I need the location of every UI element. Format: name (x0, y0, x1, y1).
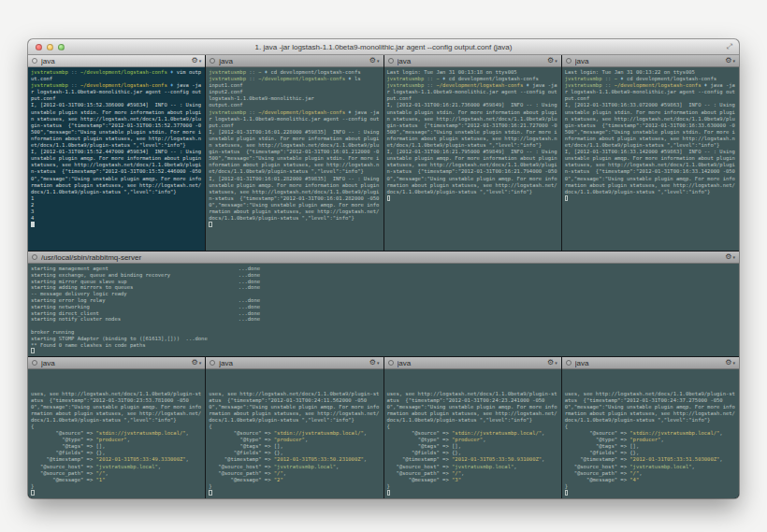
pane-menu-button[interactable]: ⚙▾ (547, 57, 557, 65)
pane-menu-button[interactable]: ⚙▾ (725, 253, 735, 261)
terminal-content[interactable]: jvstratusmbp :: ~/development/logstash-c… (28, 67, 205, 251)
pane-title: java (398, 57, 544, 65)
terminal-line: "@source_host" => "jvstratusmbp.local", (209, 464, 380, 470)
chevron-down-icon: ▾ (555, 359, 557, 367)
terminal-line (31, 222, 202, 228)
terminal-content[interactable]: uses, see http://logstash.net/docs/1.1.0… (28, 369, 205, 498)
terminal-line: jvstratusmbp :: ~/development/logstash-c… (31, 82, 202, 102)
terminal-line: "@tags" => [], (387, 443, 558, 450)
terminal-line: "@tags" => [], (209, 443, 380, 450)
pane-menu-button[interactable]: ⚙▾ (725, 57, 735, 65)
terminal-line: "@tags" => [], (31, 443, 202, 450)
fullscreen-icon[interactable]: ⤢ (727, 42, 732, 51)
terminal-line: 4 (31, 215, 202, 222)
terminal-line: } (565, 483, 736, 490)
pane-menu-button[interactable]: ⚙▾ (192, 359, 202, 367)
chevron-down-icon: ▾ (732, 57, 735, 65)
terminal-line: "@timestamp" => "2012-01-31T05:33:50.231… (209, 456, 380, 463)
terminal-content[interactable]: jvstratusmbp :: ~ ♦ cd development/logst… (206, 67, 383, 251)
terminal-line: "@source_host" => "jvstratusmbp.local", (387, 464, 558, 470)
terminal-line: I, [2012-01-31T00:15:52.447000 #59834] I… (31, 149, 202, 195)
terminal-line: starting management agent ...done (31, 266, 736, 272)
terminal-line: "@timestamp" => "2012-01-31T05:33:51.503… (565, 456, 736, 463)
pane-menu-button[interactable]: ⚙▾ (369, 359, 380, 367)
session-status-icon (388, 58, 394, 64)
terminal-line: "@fields" => {}, (31, 450, 202, 456)
pane-menu-button[interactable]: ⚙▾ (369, 57, 380, 65)
session-status-icon (566, 360, 572, 366)
close-button[interactable] (36, 44, 42, 50)
terminal-line: "@source" => "stdin://jvstratusmbp.local… (31, 430, 202, 437)
pane-header[interactable]: java⚙▾ (28, 357, 205, 369)
terminal-line: { (31, 424, 202, 430)
terminal-line: "@fields" => {}, (209, 450, 380, 456)
terminal-line (387, 490, 558, 496)
terminal-line: "@source_path" => "/", (387, 470, 558, 477)
session-status-icon (210, 58, 215, 64)
terminal-line: starting notify cluster nodes ...done (31, 316, 736, 323)
pane-title: java (41, 57, 188, 65)
terminal-line: uses, see http://logstash.net/docs/1.1.0… (31, 391, 202, 424)
session-status-icon (210, 360, 215, 366)
pane-java-2: java⚙▾jvstratusmbp :: ~ ♦ cd development… (206, 55, 383, 251)
terminal-line (31, 490, 202, 496)
pane-header[interactable]: java⚙▾ (206, 55, 383, 67)
terminal-line: "@source_host" => "jvstratusmbp.local", (31, 464, 202, 470)
pane-menu-button[interactable]: ⚙▾ (725, 359, 735, 367)
pane-menu-button[interactable]: ⚙▾ (547, 359, 557, 367)
terminal-line: output.conf (209, 102, 380, 108)
zoom-button[interactable] (58, 44, 65, 50)
chevron-down-icon: ▾ (555, 57, 557, 65)
gear-icon: ⚙ (369, 57, 376, 65)
terminal-line: "@source_path" => "/", (565, 470, 736, 477)
terminal-content[interactable]: uses, see http://logstash.net/docs/1.1.0… (384, 369, 561, 498)
terminal-line: "@source_host" => "jvstratusmbp.local", (565, 464, 736, 470)
pane-java-8: java⚙▾uses, see http://logstash.net/docs… (562, 357, 739, 498)
pane-rabbitmq-server: /usr/local/sbin/rabbitmq-server⚙▾startin… (28, 252, 739, 356)
terminal-line: { (387, 424, 558, 430)
terminal-content[interactable]: starting management agent ...donestartin… (28, 264, 739, 356)
terminal-line: jvstratusmbp :: ~/development/logstash-c… (387, 82, 558, 102)
pane-header[interactable]: java⚙▾ (562, 55, 739, 67)
window-titlebar[interactable]: 1. java -jar logstash-1.1.0beta9-monolit… (28, 39, 739, 55)
terminal-cursor (209, 222, 212, 227)
terminal-line (31, 348, 736, 354)
terminal-line: "@timestamp" => "2012-01-31T05:33:50.931… (387, 456, 558, 463)
chevron-down-icon: ▾ (732, 359, 735, 367)
terminal-line: "@source" => "stdin://jvstratusmbp.local… (565, 430, 736, 437)
gear-icon: ⚙ (547, 57, 554, 65)
top-row: java⚙▾jvstratusmbp :: ~/development/logs… (28, 55, 739, 251)
terminal-cursor (31, 222, 35, 227)
pane-header[interactable]: java⚙▾ (384, 55, 561, 67)
terminal-line: I, [2012-01-31T00:15:52.386000 #59834] I… (31, 102, 202, 149)
terminal-cursor (31, 348, 35, 353)
pane-java-4: java⚙▾Last login: Tue Jan 31 00:13:22 on… (562, 55, 739, 251)
terminal-content[interactable]: uses, see http://logstash.net/docs/1.1.0… (562, 369, 739, 498)
terminal-line: jvstratusmbp :: ~ ♦ cd development/logst… (565, 76, 736, 82)
terminal-line (209, 222, 380, 228)
pane-menu-button[interactable]: ⚙▾ (192, 57, 202, 65)
chevron-down-icon: ▾ (377, 57, 380, 65)
terminal-line: "@message" => "2" (209, 477, 380, 483)
terminal-line (31, 323, 736, 329)
pane-java-1: java⚙▾jvstratusmbp :: ~/development/logs… (28, 55, 205, 251)
gear-icon: ⚙ (725, 253, 731, 261)
pane-header[interactable]: java⚙▾ (206, 357, 383, 369)
terminal-content[interactable]: Last login: Tue Jan 31 00:13:18 on ttys0… (384, 67, 561, 251)
terminal-line: "@message" => "3" (387, 477, 558, 483)
pane-header[interactable]: java⚙▾ (562, 357, 739, 369)
terminal-line: jvstratusmbp :: ~ ♦ cd development/logst… (209, 69, 380, 76)
terminal-content[interactable]: Last login: Tue Jan 31 00:13:22 on ttys0… (562, 67, 739, 251)
session-status-icon (566, 58, 572, 64)
terminal-line: "@source" => "stdin://jvstratusmbp.local… (209, 430, 380, 437)
session-status-icon (32, 360, 37, 366)
pane-title: java (575, 359, 722, 367)
terminal-content[interactable]: uses, see http://logstash.net/docs/1.1.0… (206, 369, 383, 498)
pane-header[interactable]: java⚙▾ (384, 357, 561, 369)
minimize-button[interactable] (47, 44, 53, 50)
pane-header[interactable]: /usr/local/sbin/rabbitmq-server⚙▾ (28, 252, 739, 264)
pane-header[interactable]: java⚙▾ (28, 55, 205, 67)
terminal-line: ** Found 0 name clashes in code paths (31, 342, 736, 349)
terminal-cursor (565, 195, 569, 201)
pane-title: java (575, 57, 722, 65)
